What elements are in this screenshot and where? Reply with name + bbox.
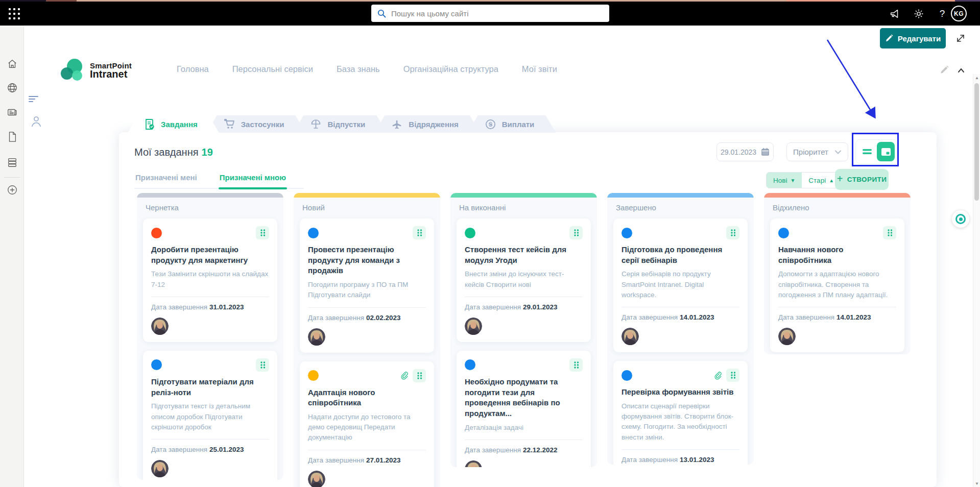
priority-dot — [308, 228, 319, 238]
page: ? KG — [0, 0, 980, 487]
drag-handle-icon[interactable] — [569, 226, 583, 239]
task-description: Тези Замінити скріншоти на слайдах 7-12 — [151, 269, 269, 290]
task-description: Погодити програму з ПО та ПМ Підготувати… — [308, 280, 426, 301]
task-title: Створення тест кейсів для модуля Угоди — [465, 245, 583, 265]
task-card[interactable]: Необхідно продумати та погодити тези для… — [457, 351, 591, 467]
assignee-avatar[interactable] — [151, 318, 169, 335]
priority-dot — [465, 228, 475, 238]
assignee-avatar[interactable] — [151, 460, 169, 477]
priority-dot — [151, 228, 162, 238]
megaphone-icon[interactable] — [888, 7, 902, 21]
news-icon[interactable] — [6, 106, 18, 118]
task-title: Провести презентацію продукту для команд… — [308, 245, 426, 276]
column-done: Завершено Підготовка до — [607, 193, 754, 465]
task-due-date: Дата завершення29.01.2023 — [465, 303, 583, 311]
app-launcher-waffle-icon[interactable] — [8, 7, 21, 20]
priority-filter[interactable]: Пріоритет — [786, 142, 848, 161]
task-card[interactable]: Створення тест кейсів для модуля Угоди В… — [457, 218, 591, 342]
document-icon[interactable] — [6, 131, 18, 143]
site-navigation: Головна Персональні сервіси База знань О… — [177, 64, 557, 74]
task-due-date: Дата завершення25.01.2023 — [151, 446, 269, 453]
sort-new-chip[interactable]: Нові▼ — [767, 173, 802, 188]
globe-icon[interactable] — [6, 82, 18, 94]
drag-handle-icon[interactable] — [256, 226, 269, 239]
kanban-view-icon — [881, 148, 891, 156]
add-app-icon[interactable] — [6, 184, 18, 196]
nav-item-home[interactable]: Головна — [177, 64, 209, 74]
assignee-avatar[interactable] — [778, 328, 796, 345]
account-avatar[interactable]: KG — [951, 6, 967, 21]
task-description: Підготувати текст із детальним описом до… — [151, 401, 269, 432]
site-search[interactable] — [371, 5, 609, 22]
task-due-date: Дата завершення22.12.2022 — [465, 446, 583, 454]
home-icon[interactable] — [6, 58, 18, 70]
cart-icon — [224, 119, 235, 129]
priority-dot — [622, 370, 632, 381]
assignee-avatar[interactable] — [622, 328, 639, 345]
column-title: На виконанні — [450, 198, 597, 216]
subtab-assigned-by-me[interactable]: Призначені мною — [219, 169, 287, 188]
tab-payments[interactable]: Виплати — [468, 115, 556, 133]
drag-handle-icon[interactable] — [569, 358, 583, 372]
triangle-down-icon: ▼ — [790, 178, 795, 183]
date-filter[interactable]: 29.01.2023 — [716, 142, 774, 161]
column-draft: Чернетка Доробити презе — [137, 193, 283, 480]
task-card[interactable]: Доробити презентацію продукту для маркет… — [143, 218, 277, 342]
drag-handle-icon[interactable] — [726, 226, 739, 239]
task-card[interactable]: Підготовка до проведення серії вебінарів… — [613, 218, 748, 352]
tab-applications[interactable]: Застосунки — [207, 115, 306, 133]
task-card[interactable]: Адаптація нового співробітника Надати до… — [300, 361, 434, 487]
collapse-chevron-icon[interactable] — [954, 63, 968, 78]
tab-business-trips[interactable]: Відрядження — [374, 115, 480, 133]
subtab-assigned-to-me[interactable]: Призначені мені — [134, 169, 198, 188]
nav-item-personal-services[interactable]: Персональні сервіси — [232, 64, 313, 74]
scroll-down-icon[interactable]: ▼ — [973, 480, 980, 487]
person-icon[interactable] — [31, 115, 42, 128]
nav-item-my-reports[interactable]: Мої звіти — [522, 64, 557, 74]
kanban-view-button[interactable] — [877, 142, 895, 161]
scrollbar-thumb[interactable] — [974, 83, 979, 201]
plus-icon: + — [837, 173, 843, 185]
database-icon[interactable] — [6, 156, 18, 168]
task-card[interactable]: Навчання нового співробітника Допомогти … — [770, 218, 904, 352]
inline-edit-pencil-icon — [940, 65, 949, 77]
task-card[interactable]: Провести презентацію продукту для команд… — [300, 218, 434, 353]
priority-dot — [151, 359, 162, 370]
list-lines-icon[interactable] — [29, 95, 38, 103]
assignee-avatar[interactable] — [308, 471, 325, 487]
assignee-avatar[interactable] — [465, 460, 482, 467]
column-color-bar — [607, 193, 754, 198]
nav-item-org-structure[interactable]: Організаційна структура — [403, 64, 498, 74]
gear-icon[interactable] — [912, 7, 926, 21]
task-title: Доробити презентацію продукту для маркет… — [151, 245, 269, 265]
drag-handle-icon[interactable] — [413, 369, 426, 382]
assignee-avatar[interactable] — [465, 318, 482, 335]
expand-icon[interactable] — [954, 32, 967, 45]
page-scrollbar[interactable]: ▲ ▼ — [973, 74, 980, 487]
task-card[interactable]: Підготувати матеріали для реліз-ноти Під… — [143, 351, 277, 480]
chevron-down-icon — [834, 150, 842, 155]
assignee-avatar[interactable] — [308, 328, 325, 346]
list-view-button[interactable] — [858, 142, 876, 161]
paperclip-icon — [400, 371, 409, 380]
task-card[interactable]: Перевірка формування звітів Описати сцен… — [613, 361, 748, 465]
drag-handle-icon[interactable] — [883, 226, 896, 239]
column-color-bar — [764, 193, 911, 198]
tab-tasks[interactable]: Завдання — [128, 115, 219, 133]
list-view-icon — [863, 149, 872, 155]
drag-handle-icon[interactable] — [256, 358, 269, 372]
drag-handle-icon[interactable] — [413, 226, 426, 239]
nav-item-knowledge-base[interactable]: База знань — [337, 64, 380, 74]
logo-mark — [59, 57, 86, 84]
priority-dot — [622, 228, 632, 238]
tab-vacations[interactable]: Відпустки — [293, 115, 387, 133]
search-input[interactable] — [391, 9, 603, 18]
target-icon — [955, 214, 966, 224]
help-icon[interactable]: ? — [935, 7, 949, 21]
drag-handle-icon[interactable] — [726, 369, 739, 382]
triangle-up-icon: ▲ — [829, 178, 834, 183]
target-widget[interactable] — [952, 210, 969, 228]
edit-button[interactable]: Редагувати — [880, 28, 946, 48]
scroll-up-icon[interactable]: ▲ — [973, 74, 980, 81]
create-task-button[interactable]: + СТВОРИТИ — [835, 169, 889, 190]
